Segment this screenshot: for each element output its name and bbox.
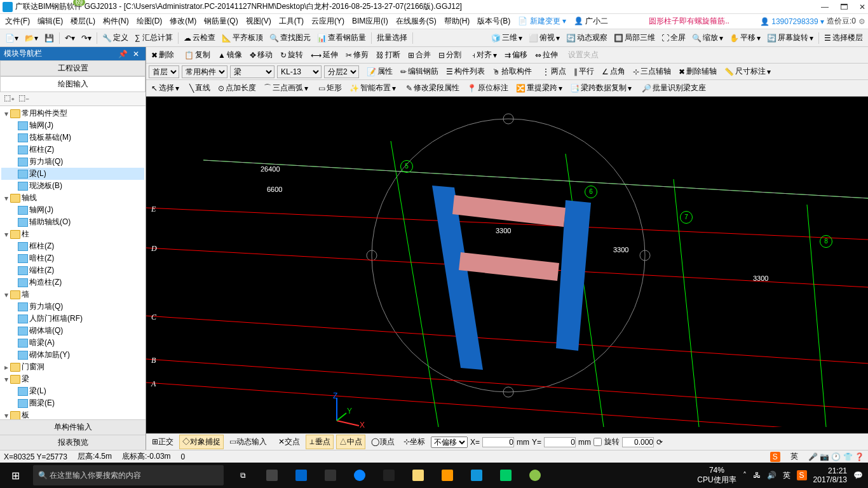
- viewport-3d[interactable]: E D C B A 5 6 7 8 26400 6600 3300 3300 3…: [146, 97, 868, 433]
- menu-编辑(E)[interactable]: 编辑(E): [35, 15, 65, 28]
- ptangle-button[interactable]: ∠点角: [599, 65, 628, 78]
- attr-button[interactable]: 📝属性: [364, 65, 395, 78]
- dim-button[interactable]: 📏尺寸标注▾: [722, 65, 773, 78]
- ptlen-button[interactable]: ⊙点加长度: [215, 81, 259, 95]
- dyn-view-button[interactable]: 🔄动态观察: [564, 31, 610, 44]
- taskview-icon[interactable]: ⧉: [230, 465, 255, 485]
- menu-绘图(D)[interactable]: 绘图(D): [134, 15, 165, 28]
- type-select[interactable]: 常用构件: [182, 65, 227, 78]
- tree-构造柱(Z)[interactable]: 构造柱(Z): [1, 276, 144, 288]
- edit-rebar-button[interactable]: ✏编辑钢筋: [398, 65, 441, 78]
- settings-icon[interactable]: ⚙: [858, 17, 865, 26]
- tray-net-icon[interactable]: 🖧: [753, 471, 761, 480]
- batchbeam-button[interactable]: 🔎批量识别梁支座: [639, 81, 709, 95]
- tree-轴网(J)[interactable]: 轴网(J): [1, 119, 144, 132]
- app-2[interactable]: [288, 465, 314, 485]
- redo-button[interactable]: ↷▾: [79, 32, 94, 44]
- tab-single-input[interactable]: 单构件输入: [0, 419, 146, 435]
- maximize-button[interactable]: 🗖: [840, 3, 848, 11]
- component-list-button[interactable]: ☰构件列表: [444, 65, 487, 78]
- start-button[interactable]: ⊞: [0, 470, 31, 482]
- menu-帮助(H)[interactable]: 帮助(H): [442, 15, 473, 28]
- component-select[interactable]: KL-13: [277, 65, 322, 78]
- menu-构件(N)[interactable]: 构件(N): [100, 15, 132, 28]
- app-3[interactable]: [318, 465, 343, 485]
- app-8[interactable]: [464, 465, 489, 485]
- x-input[interactable]: [482, 437, 514, 447]
- find-button[interactable]: 🔍查找图元: [267, 31, 313, 44]
- explorer-icon[interactable]: [405, 465, 431, 485]
- tree-砌体墙(Q)[interactable]: 砌体墙(Q): [1, 325, 144, 337]
- flat-button[interactable]: 📐平齐板顶: [219, 31, 266, 44]
- trim-button[interactable]: ✂修剪: [343, 48, 371, 62]
- app-9[interactable]: [493, 465, 519, 485]
- y-input[interactable]: [544, 437, 576, 447]
- save-button[interactable]: 💾: [42, 32, 57, 44]
- clock[interactable]: 21:21 2017/8/13: [813, 466, 847, 485]
- mirror-button[interactable]: ▲镜像: [215, 48, 245, 62]
- ortho-toggle[interactable]: ⊞正交: [149, 435, 177, 449]
- rect-button[interactable]: ▭矩形: [316, 81, 344, 95]
- smart-button[interactable]: ✨智能布置▾: [347, 81, 398, 95]
- tab-report[interactable]: 报表预览: [0, 435, 146, 450]
- offset-select[interactable]: 不偏移: [431, 437, 468, 448]
- stretch-button[interactable]: ⇔拉伸: [532, 48, 560, 62]
- tree-框柱(Z)[interactable]: 框柱(Z): [1, 144, 144, 156]
- tray-vol-icon[interactable]: 🔊: [767, 471, 776, 480]
- app-10[interactable]: [522, 465, 548, 485]
- menu-文件(F)[interactable]: 文件(F): [3, 15, 32, 28]
- parallel-button[interactable]: ∥平行: [571, 65, 597, 78]
- menu-BIM应用(I)[interactable]: BIM应用(I): [349, 15, 391, 28]
- menu-工具(T)[interactable]: 工具(T): [276, 15, 306, 28]
- tree-现浇板(B)[interactable]: 现浇板(B): [1, 180, 144, 192]
- tray-icons[interactable]: 🎤 📷 🕐 👕 ❓: [808, 452, 864, 461]
- copy-button[interactable]: 📋复制: [182, 48, 213, 62]
- split-button[interactable]: ⊟分割: [436, 48, 464, 62]
- expand-all-icon[interactable]: ⬚₊: [4, 93, 15, 104]
- collapse-all-icon[interactable]: ⬚₋: [18, 93, 29, 104]
- editseg-button[interactable]: ✎修改梁段属性: [403, 81, 462, 95]
- tree-板[interactable]: ▾板: [1, 409, 144, 419]
- osnap-toggle[interactable]: ◇对象捕捉: [179, 435, 224, 449]
- int-toggle[interactable]: ✕交点: [275, 435, 303, 449]
- action-center-icon[interactable]: 💬: [853, 471, 863, 480]
- app-7[interactable]: [435, 465, 460, 485]
- edge-icon[interactable]: [347, 465, 372, 485]
- menu-钢筋量(Q)[interactable]: 钢筋量(Q): [201, 15, 240, 28]
- rotate-checkbox[interactable]: [593, 438, 602, 446]
- app-1[interactable]: [259, 465, 285, 485]
- dyninput-toggle[interactable]: ▭动态输入: [226, 435, 270, 449]
- view3d-button[interactable]: 🧊三维▾: [489, 31, 525, 44]
- move-button[interactable]: ✥移动: [247, 48, 275, 62]
- pin-icon[interactable]: 📌: [116, 50, 130, 58]
- tree-砌体加筋(Y)[interactable]: 砌体加筋(Y): [1, 349, 144, 361]
- tray-ime[interactable]: 英: [783, 470, 790, 481]
- layer-select[interactable]: 分层2: [324, 65, 359, 78]
- floor-select[interactable]: 首层: [149, 65, 179, 78]
- tree-人防门框墙(RF)[interactable]: 人防门框墙(RF): [1, 313, 144, 325]
- delete-button[interactable]: ✖删除: [149, 48, 177, 62]
- cpu-gauge[interactable]: 74% CPU使用率: [697, 466, 736, 485]
- tree-轴网(J)[interactable]: 轴网(J): [1, 204, 144, 216]
- tree-柱[interactable]: ▾柱: [1, 228, 144, 240]
- tree-梁[interactable]: ▾梁: [1, 373, 144, 385]
- menu-楼层(L)[interactable]: 楼层(L): [68, 15, 98, 28]
- rot-input[interactable]: [622, 437, 654, 447]
- topview-button[interactable]: ⬜俯视▾: [526, 31, 562, 44]
- ime-badge[interactable]: S: [770, 452, 780, 462]
- tree-常用构件类型[interactable]: ▾常用构件类型: [1, 107, 144, 119]
- origin-button[interactable]: 📍原位标注: [465, 81, 511, 95]
- select-button[interactable]: ↖选择▾: [149, 81, 182, 95]
- delaux-button[interactable]: ✖删除辅轴: [676, 65, 719, 78]
- tree-梁(L)[interactable]: 梁(L): [1, 385, 144, 397]
- pick-button[interactable]: 🖱拾取构件: [490, 65, 534, 78]
- component-tree[interactable]: ▾常用构件类型轴网(J)筏板基础(M)框柱(Z)剪力墙(Q)梁(L)现浇板(B)…: [0, 106, 146, 419]
- mid-toggle[interactable]: △中点: [336, 435, 365, 449]
- open-button[interactable]: 📂▾: [22, 32, 41, 44]
- perp-toggle[interactable]: ⊥垂点: [306, 435, 334, 449]
- threeaux-button[interactable]: ⊹三点辅轴: [630, 65, 674, 78]
- coord-toggle[interactable]: ⊹坐标: [400, 435, 428, 449]
- tree-梁(L)[interactable]: 梁(L): [1, 168, 144, 180]
- extend-button[interactable]: ⟷延伸: [308, 48, 341, 62]
- tree-墙[interactable]: ▾墙: [1, 288, 144, 301]
